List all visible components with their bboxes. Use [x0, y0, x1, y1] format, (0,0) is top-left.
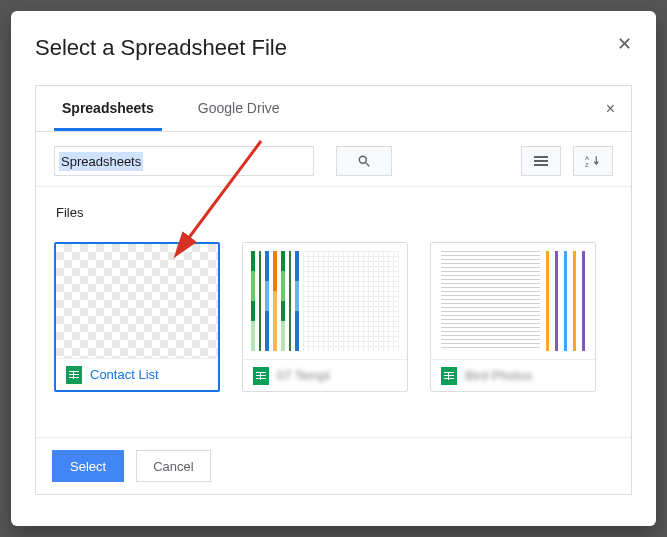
sheets-icon: [441, 367, 457, 385]
search-button[interactable]: [336, 146, 392, 176]
view-list-button[interactable]: [521, 146, 561, 176]
tabs-close-icon[interactable]: ×: [606, 100, 615, 118]
file-thumbnail: [431, 243, 595, 359]
dialog-close-icon[interactable]: ✕: [617, 33, 632, 55]
file-thumbnail: [243, 243, 407, 359]
dialog-title: Select a Spreadsheet File: [35, 35, 632, 61]
toolbar: Spreadsheets AZ: [36, 132, 631, 186]
svg-point-0: [359, 156, 366, 163]
dialog: Select a Spreadsheet File ✕ Spreadsheets…: [11, 11, 656, 526]
tab-spreadsheets[interactable]: Spreadsheets: [54, 86, 162, 131]
file-name: Bird Photos: [465, 368, 532, 383]
cancel-button[interactable]: Cancel: [136, 450, 210, 482]
svg-line-1: [366, 163, 370, 167]
picker-panel: Spreadsheets Google Drive × Spreadsheets…: [35, 85, 632, 495]
sheets-icon: [66, 366, 82, 384]
file-footer: Bird Photos: [431, 359, 595, 391]
files-scroll[interactable]: Files Contact List: [36, 187, 631, 437]
button-bar: Select Cancel: [36, 437, 631, 494]
files-row: Contact List 07 Templ: [54, 242, 613, 437]
search-input[interactable]: Spreadsheets: [54, 146, 314, 176]
sheets-icon: [253, 367, 269, 385]
tab-google-drive[interactable]: Google Drive: [190, 86, 288, 131]
search-icon: [357, 154, 371, 168]
sort-az-icon: AZ: [585, 154, 601, 168]
file-thumbnail: [56, 244, 218, 358]
search-value: Spreadsheets: [59, 152, 143, 171]
file-card-contact-list[interactable]: Contact List: [54, 242, 220, 392]
tabs: Spreadsheets Google Drive ×: [36, 86, 631, 132]
files-heading: Files: [56, 205, 613, 220]
list-icon: [534, 156, 548, 166]
file-card-2[interactable]: 07 Templ: [242, 242, 408, 392]
file-name: 07 Templ: [277, 368, 330, 383]
svg-text:A: A: [585, 155, 589, 161]
svg-text:Z: Z: [585, 162, 589, 168]
file-card-3[interactable]: Bird Photos: [430, 242, 596, 392]
file-name: Contact List: [90, 367, 159, 382]
sort-button[interactable]: AZ: [573, 146, 613, 176]
select-button[interactable]: Select: [52, 450, 124, 482]
content: Files Contact List: [36, 186, 631, 437]
file-footer: 07 Templ: [243, 359, 407, 391]
file-footer: Contact List: [56, 358, 218, 390]
